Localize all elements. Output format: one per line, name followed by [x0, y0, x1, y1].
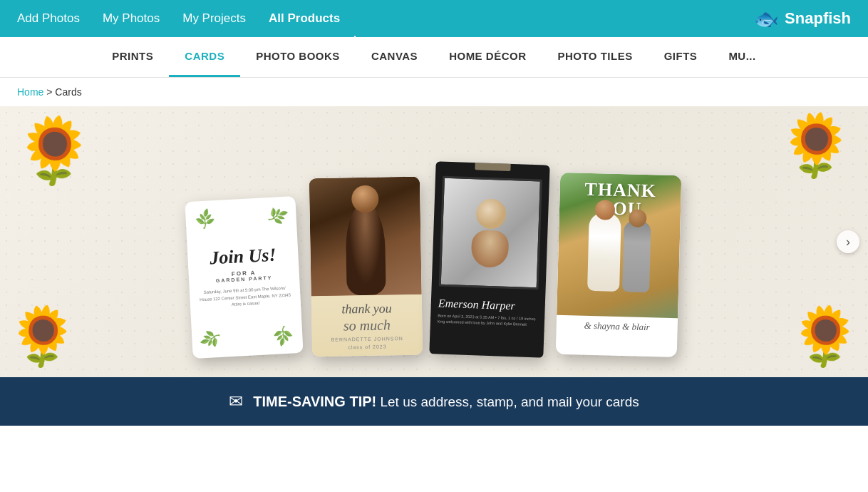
thank-you-overlay: THANK YOU [559, 180, 681, 220]
nav-all-products[interactable]: All Products [269, 11, 340, 26]
leaf-top-left-icon: 🌿 [192, 207, 217, 232]
birth-announcement-text: Emerson Harper Born on April 2, 2023 at … [430, 292, 546, 332]
baby-figure [471, 198, 510, 268]
nav-my-photos[interactable]: My Photos [103, 11, 160, 26]
breadcrumb: Home > Cards [0, 78, 868, 106]
bride-head [595, 200, 616, 220]
graduation-thankyou-card: thank you so much BERNADETTE JOHNSON cla… [309, 177, 423, 357]
logo-text: Snapfish [785, 9, 851, 28]
grad-head [351, 185, 379, 213]
wedding-couple [587, 212, 651, 292]
join-us-details: Saturday, June 9th at 5:00 pm The Wilson… [198, 285, 292, 310]
graduation-thankyou-text: thank you so much BERNADETTE JOHNSON cla… [311, 294, 423, 357]
sunflower-bottom-left-icon: 🌻 [7, 303, 78, 370]
dropdown-arrow-icon [349, 36, 361, 43]
breadcrumb-current: Cards [55, 86, 81, 98]
card-tape [475, 161, 511, 171]
groom-figure [622, 220, 651, 292]
sunflower-bottom-right-icon: 🌻 [790, 303, 861, 370]
breadcrumb-home-link[interactable]: Home [17, 86, 43, 98]
next-arrow-button[interactable]: › [837, 230, 859, 253]
cat-nav-cards[interactable]: CARDS [169, 37, 240, 77]
leaf-bottom-left-icon: 🌿 [199, 327, 222, 351]
snapfish-logo: 🐟 Snapfish [754, 7, 851, 31]
cat-nav-prints[interactable]: PRINTS [96, 37, 169, 77]
hero-banner: 🌻 🌻 🌻 🌻 🌿 🌿 🌿 🌿 Join Us! FOR A GARDEN PA… [0, 106, 868, 377]
invitation-card-inner: 🌿 🌿 🌿 🌿 Join Us! FOR A GARDEN PARTY Satu… [194, 205, 294, 350]
top-navigation: Add Photos My Photos My Projects All Pro… [0, 0, 868, 37]
sunflower-top-right-icon: 🌻 [778, 110, 854, 181]
birth-details: Born on April 2, 2023 at 5:35 AM • 7 lbs… [438, 313, 537, 328]
tips-text: TIME-SAVING TIP! Let us address, stamp, … [253, 394, 639, 410]
tips-banner: ✉ TIME-SAVING TIP! Let us address, stamp… [0, 377, 868, 426]
breadcrumb-separator: > [46, 86, 55, 98]
logo-fish-icon: 🐟 [754, 7, 779, 31]
nav-add-photos[interactable]: Add Photos [17, 11, 80, 26]
grad-name: BERNADETTE JOHNSON [319, 336, 415, 342]
wedding-names: & shayna & blair [564, 319, 671, 334]
cat-nav-gifts[interactable]: GIFTS [649, 37, 713, 77]
category-nav-inner: PRINTS CARDS PHOTO BOOKS CANVAS HOME DÉC… [96, 37, 771, 77]
cards-display-row: 🌿 🌿 🌿 🌿 Join Us! FOR A GARDEN PARTY Satu… [103, 106, 765, 377]
cat-nav-home-decor[interactable]: HOME DÉCOR [433, 37, 542, 77]
cat-nav-photo-tiles[interactable]: PHOTO TILES [542, 37, 648, 77]
groom-head [628, 209, 646, 227]
cat-nav-more[interactable]: MU... [713, 37, 771, 77]
thank-you-line1: thank you [319, 300, 415, 319]
envelope-icon: ✉ [229, 391, 243, 411]
cat-nav-photo-books[interactable]: PHOTO BOOKS [240, 37, 356, 77]
category-navigation: PRINTS CARDS PHOTO BOOKS CANVAS HOME DÉC… [0, 37, 868, 78]
thank-you-line2: so much [319, 317, 415, 334]
join-us-title: Join Us! [210, 245, 277, 269]
invitation-card: 🌿 🌿 🌿 🌿 Join Us! FOR A GARDEN PARTY Satu… [185, 196, 303, 359]
grad-silhouette [345, 203, 386, 296]
baby-name: Emerson Harper [438, 297, 538, 314]
grad-photo-bg [309, 177, 422, 297]
wedding-signature: & shayna & blair [556, 315, 678, 338]
wedding-photo: THANK YOU [557, 173, 681, 318]
nav-my-projects[interactable]: My Projects [182, 11, 246, 26]
baby-photo [439, 176, 542, 290]
leaf-bottom-right-icon: 🌿 [272, 323, 296, 347]
wedding-thankyou-card: THANK YOU & shayna & blair [556, 173, 682, 357]
tips-headline: TIME-SAVING TIP! [253, 394, 376, 409]
cat-nav-canvas[interactable]: CANVAS [356, 37, 433, 77]
baby-body [471, 230, 510, 268]
graduation-photo [309, 177, 422, 297]
baby-head [476, 198, 507, 229]
top-nav-links: Add Photos My Photos My Projects All Pro… [17, 11, 340, 26]
tips-subtext: Let us address, stamp, and mail your car… [376, 394, 639, 409]
join-us-subtitle2: GARDEN PARTY [216, 275, 273, 283]
thank-text-you: YOU [559, 198, 681, 220]
birth-announcement-card: Emerson Harper Born on April 2, 2023 at … [429, 161, 549, 357]
sunflower-top-left-icon: 🌻 [14, 113, 94, 188]
bride-figure [587, 212, 621, 292]
grad-class: class of 2023 [319, 344, 415, 350]
leaf-top-right-icon: 🌿 [265, 204, 289, 227]
